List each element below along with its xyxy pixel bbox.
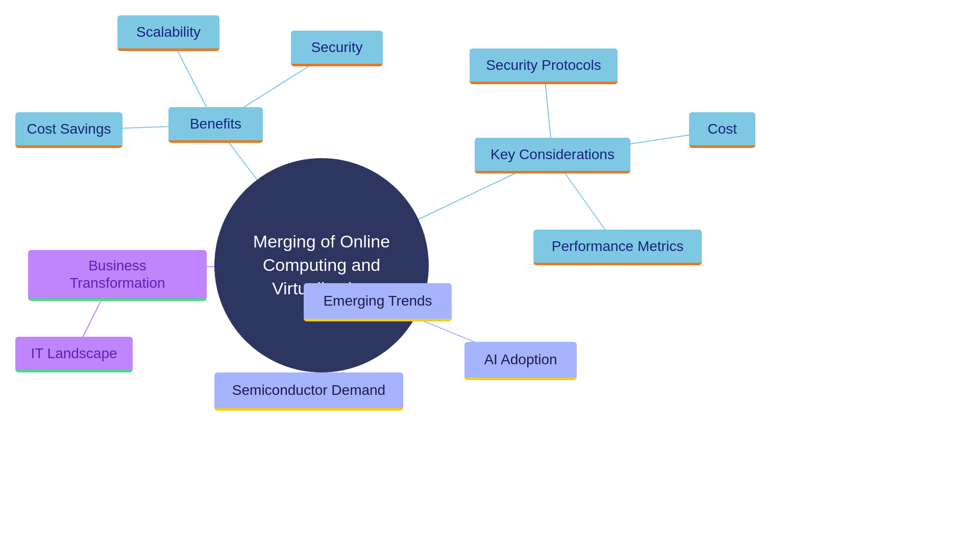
node-cost-savings[interactable]: Cost Savings <box>15 112 122 148</box>
node-scalability[interactable]: Scalability <box>117 15 219 51</box>
node-ai-adoption[interactable]: AI Adoption <box>464 342 577 380</box>
node-business-transformation[interactable]: Business Transformation <box>28 250 207 301</box>
center-node: Merging of Online Computing and Virtuali… <box>214 158 429 372</box>
node-semiconductor-demand[interactable]: Semiconductor Demand <box>214 372 403 411</box>
node-key-considerations[interactable]: Key Considerations <box>475 138 630 173</box>
node-benefits[interactable]: Benefits <box>168 107 263 143</box>
node-security[interactable]: Security <box>291 31 383 66</box>
node-it-landscape[interactable]: IT Landscape <box>15 337 133 372</box>
node-security-protocols[interactable]: Security Protocols <box>470 48 618 84</box>
node-performance-metrics[interactable]: Performance Metrics <box>533 230 702 265</box>
node-emerging-trends[interactable]: Emerging Trends <box>304 283 452 321</box>
node-cost[interactable]: Cost <box>689 112 755 148</box>
